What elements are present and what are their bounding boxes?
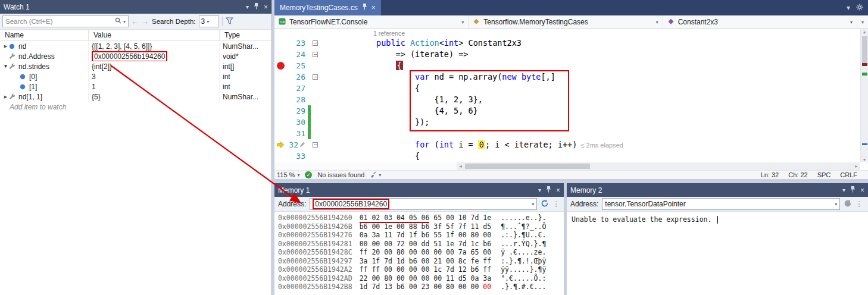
- watch-value-cell[interactable]: {int[2]}: [88, 61, 219, 71]
- memory-row[interactable]: 0x000002556B1942B81d 7d 13 b6 00 23 00 8…: [278, 283, 564, 291]
- collapse-region-icon[interactable]: [313, 74, 318, 80]
- pin-icon[interactable]: [546, 186, 551, 194]
- memory2-message-area[interactable]: Unable to evaluate the expression.: [567, 212, 868, 227]
- status-spaces[interactable]: SPC: [817, 171, 831, 178]
- watch-row[interactable]: [1]1int: [0, 81, 271, 92]
- code-area[interactable]: 1 reference23 public Action<int> Constan…: [274, 29, 868, 162]
- outline-margin[interactable]: [311, 83, 320, 94]
- breakpoint-margin[interactable]: [274, 83, 288, 94]
- zoom-combo[interactable]: 115 % ▾: [277, 171, 299, 178]
- code-line[interactable]: 23 public Action<int> Constant2x3: [274, 37, 868, 49]
- outline-margin[interactable]: [311, 117, 320, 128]
- toolbar-overflow-icon[interactable]: ⋮: [552, 200, 560, 208]
- chevron-down-icon[interactable]: ▾: [835, 202, 837, 207]
- code-line[interactable]: 25 {: [274, 60, 868, 71]
- window-position-icon[interactable]: ▾: [538, 187, 541, 193]
- code-line[interactable]: 31: [274, 128, 868, 139]
- code-line[interactable]: 32 for (int i = 0; i < iterate; i++) ≤ 2…: [274, 139, 868, 150]
- member-dropdown[interactable]: Constant2x3 ▾: [663, 15, 857, 29]
- code-line[interactable]: 24 => (iterate) =>: [274, 49, 868, 60]
- memory1-hex-view[interactable]: 0x000002556B19426001 02 03 04 05 06 65 0…: [274, 212, 564, 291]
- memory-row[interactable]: 0x000002556B1942973a 1f 7d 1d b6 00 21 0…: [278, 257, 564, 266]
- breakpoint-margin[interactable]: [274, 94, 288, 105]
- expander-icon[interactable]: ▶: [2, 95, 9, 99]
- breakpoint-margin[interactable]: [274, 117, 288, 128]
- refresh-icon[interactable]: [541, 199, 549, 209]
- breakpoint-icon[interactable]: [277, 62, 285, 70]
- pin-icon[interactable]: [254, 3, 259, 11]
- close-icon[interactable]: ×: [264, 3, 268, 11]
- watch-title-bar[interactable]: Watch 1 ▾ ×: [0, 0, 271, 14]
- code-cleanup-button[interactable]: ▾: [370, 171, 381, 179]
- collapse-region-icon[interactable]: [313, 40, 318, 46]
- watch-row[interactable]: [0]3int: [0, 71, 271, 81]
- memory-row[interactable]: 0x000002556B1942A2ff ff 00 00 00 00 1c 7…: [278, 265, 564, 274]
- tab-pin-icon[interactable]: [362, 4, 367, 12]
- column-header-type[interactable]: Type: [219, 30, 271, 40]
- collapse-region-icon[interactable]: [313, 52, 318, 57]
- status-line[interactable]: Ln: 32: [761, 171, 779, 178]
- tab-list-caret-icon[interactable]: ▾: [847, 4, 850, 12]
- search-icon[interactable]: [115, 17, 121, 26]
- window-position-icon[interactable]: ▾: [842, 187, 845, 193]
- search-input[interactable]: Search (Ctrl+E) ▾: [2, 15, 129, 27]
- outline-margin[interactable]: [311, 60, 320, 71]
- vertical-scrollbar-thumb[interactable]: [862, 36, 867, 65]
- filter-icon[interactable]: [226, 17, 233, 26]
- code-line[interactable]: 28 {1, 2, 3},: [274, 94, 868, 105]
- expander-icon[interactable]: ▼: [2, 64, 9, 69]
- outline-margin[interactable]: [311, 94, 320, 105]
- memory-row[interactable]: 0x000002556B19426Bb6 00 1e 00 88 b6 3f 5…: [278, 222, 564, 231]
- status-column[interactable]: Ch: 22: [788, 171, 807, 178]
- watch-value-cell[interactable]: 1: [88, 81, 219, 92]
- watch-value-cell[interactable]: 3: [88, 71, 219, 81]
- navbar-split-icon[interactable]: ▾: [857, 20, 868, 25]
- issues-status[interactable]: No issues found: [317, 171, 364, 178]
- outline-margin[interactable]: [311, 128, 320, 139]
- outline-margin[interactable]: [311, 139, 320, 150]
- code-line[interactable]: 33 {: [274, 150, 868, 162]
- outline-margin[interactable]: [311, 71, 320, 83]
- memory2-title-bar[interactable]: Memory 2 ▾ ×: [567, 183, 868, 197]
- memory1-address-combo[interactable]: 0x000002556B194260 ▾: [310, 198, 537, 210]
- memory-row[interactable]: 0x000002556B19428Cff 20 00 80 00 00 00 0…: [278, 248, 564, 257]
- memory-row[interactable]: 0x000002556B19426001 02 03 04 05 06 65 0…: [278, 214, 564, 222]
- scroll-left-icon[interactable]: ◄: [457, 164, 464, 168]
- outline-margin[interactable]: [311, 150, 320, 162]
- breakpoint-margin[interactable]: [274, 150, 288, 162]
- breakpoint-margin[interactable]: [274, 49, 288, 60]
- breakpoint-margin[interactable]: [274, 128, 288, 139]
- memory-row[interactable]: 0x000002556B1942760a 3a 11 7d 1f b6 55 1…: [278, 231, 564, 240]
- search-options-caret-icon[interactable]: ▾: [123, 19, 126, 24]
- column-header-name[interactable]: Name: [0, 30, 88, 40]
- project-dropdown[interactable]: C# TensorFlowNET.Console ▾: [274, 15, 469, 29]
- gear-icon[interactable]: [856, 4, 863, 12]
- memory-row[interactable]: 0x000002556B1942AD22 00 80 00 00 00 00 1…: [278, 274, 564, 283]
- watch-value-cell[interactable]: {[[1, 2, 3], [4, 5, 6]]}: [88, 41, 219, 51]
- scroll-up-icon[interactable]: ▲: [861, 30, 868, 34]
- breakpoint-margin[interactable]: [274, 37, 288, 49]
- close-icon[interactable]: ×: [860, 186, 864, 194]
- watch-row[interactable]: ▶nd{[[1, 2, 3], [4, 5, 6]]}NumShar...: [0, 41, 271, 51]
- memory2-address-combo[interactable]: tensor.TensorDataPointer ▾: [602, 198, 840, 210]
- scroll-down-icon[interactable]: ▼: [861, 158, 868, 162]
- class-dropdown[interactable]: Tensorflow.MemoryTestingCases ▾: [469, 15, 663, 29]
- refresh-icon[interactable]: [844, 199, 852, 209]
- health-check-icon[interactable]: ✓: [305, 171, 312, 178]
- code-line[interactable]: 27 {: [274, 83, 868, 94]
- watch-row[interactable]: nd.Address0x000002556b194260void*: [0, 51, 271, 61]
- tab-memorytestingcases[interactable]: MemoryTestingCases.cs ×: [274, 0, 381, 15]
- window-position-icon[interactable]: ▾: [246, 4, 249, 10]
- search-depth-combo[interactable]: 3 ▾: [199, 15, 219, 27]
- breakpoint-margin[interactable]: [274, 139, 288, 150]
- expander-icon[interactable]: ▶: [2, 44, 9, 49]
- watch-row[interactable]: ▼nd.strides{int[2]}int[]: [0, 61, 271, 71]
- pin-icon[interactable]: [850, 186, 855, 194]
- outline-margin[interactable]: [311, 37, 320, 49]
- code-line[interactable]: 29 {4, 5, 6}: [274, 105, 868, 117]
- watch-add-item-row[interactable]: Add item to watch: [0, 102, 271, 112]
- code-line[interactable]: 26 var nd = np.array(new byte[,]: [274, 71, 868, 83]
- search-forward-icon[interactable]: →: [142, 17, 149, 26]
- scroll-right-icon[interactable]: ►: [853, 164, 860, 168]
- breakpoint-margin[interactable]: [274, 71, 288, 83]
